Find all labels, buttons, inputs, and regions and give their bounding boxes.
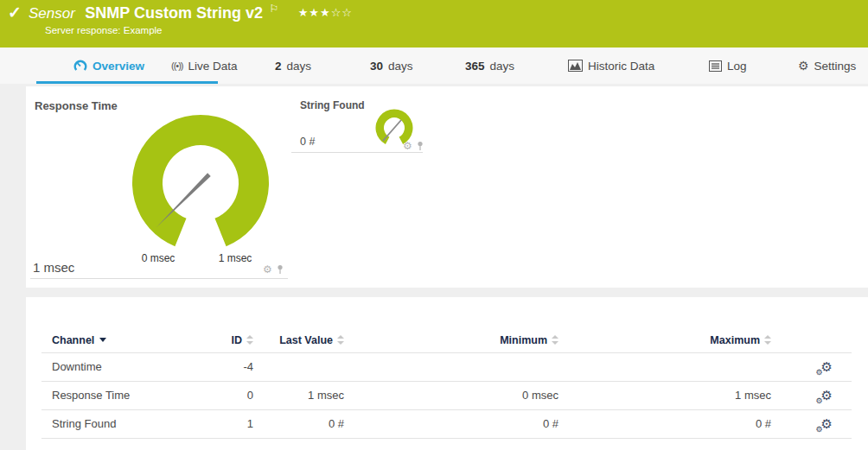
status-ok-check-icon: ✓ bbox=[8, 3, 22, 22]
table-row: Downtime -4 ⚙ ⚙ bbox=[41, 352, 852, 381]
channel-id-cell: -4 bbox=[214, 352, 256, 381]
channel-name-cell: Response Time bbox=[41, 381, 214, 409]
tab-historic-data[interactable]: Historic Data bbox=[568, 48, 654, 84]
flag-icon[interactable]: ⚐ bbox=[269, 3, 278, 15]
tab-label: Overview bbox=[93, 60, 144, 73]
gauge-icon bbox=[73, 59, 87, 73]
tab-30-days[interactable]: 30 days bbox=[370, 48, 413, 84]
channel-name-cell: Downtime bbox=[41, 352, 214, 381]
channel-id-cell: 0 bbox=[214, 381, 256, 409]
tab-label: Historic Data bbox=[588, 60, 654, 73]
channel-name-cell: String Found bbox=[41, 409, 214, 438]
object-kind-label: Sensor bbox=[29, 5, 75, 22]
gauge-title-response-time: Response Time bbox=[35, 99, 118, 112]
gauge-needle bbox=[383, 120, 401, 141]
tab-label: Live Data bbox=[188, 60, 238, 73]
page-title: SNMP Custom String v2 bbox=[85, 4, 263, 22]
minimum-cell: 0 msec bbox=[347, 381, 561, 409]
channel-settings-icon[interactable]: ⚙ ⚙ bbox=[821, 416, 833, 432]
module-corner-icons: ⚙ bbox=[403, 140, 424, 152]
channels-panel: Channel ID Last Value Minimum Maximum bbox=[26, 297, 868, 450]
table-row: String Found 1 0 # 0 # 0 # ⚙ ⚙ bbox=[41, 409, 852, 438]
pin-icon[interactable] bbox=[416, 141, 424, 151]
column-label: Channel bbox=[52, 334, 94, 346]
minimum-cell bbox=[347, 352, 561, 381]
tab-label: Log bbox=[727, 60, 747, 73]
tab-log[interactable]: Log bbox=[709, 48, 747, 84]
pin-icon[interactable] bbox=[276, 264, 284, 275]
tab-number: 30 bbox=[370, 60, 383, 73]
sort-icon bbox=[552, 335, 558, 345]
module-gear-icon[interactable]: ⚙ bbox=[403, 140, 412, 152]
tab-overview[interactable]: Overview bbox=[73, 48, 144, 84]
sensor-header: ✓ Sensor SNMP Custom String v2 ⚐ ★★★☆☆ S… bbox=[0, 0, 868, 48]
last-value-cell: 0 # bbox=[256, 409, 347, 438]
log-list-icon bbox=[709, 60, 722, 72]
tab-label: Settings bbox=[814, 60, 857, 73]
table-header-row: Channel ID Last Value Minimum Maximum bbox=[41, 328, 852, 352]
sensor-message: Server response: Example bbox=[45, 25, 163, 35]
column-label: ID bbox=[232, 334, 243, 346]
column-header-channel[interactable]: Channel bbox=[41, 328, 214, 352]
channel-settings-icon[interactable]: ⚙ ⚙ bbox=[821, 388, 833, 403]
broadcast-icon: ((•)) bbox=[171, 60, 183, 71]
column-header-maximum[interactable]: Maximum bbox=[561, 328, 774, 352]
tab-bar: Overview ((•)) Live Data 2 days 30 days … bbox=[0, 48, 868, 84]
sort-caret-icon bbox=[99, 338, 106, 342]
column-header-settings bbox=[774, 328, 852, 352]
column-label: Minimum bbox=[500, 334, 547, 346]
channel-id-cell: 1 bbox=[214, 409, 256, 438]
sort-icon bbox=[337, 335, 344, 345]
column-header-id[interactable]: ID bbox=[214, 328, 256, 352]
minimum-cell: 0 # bbox=[347, 409, 561, 438]
gear-icon: ⚙ bbox=[798, 59, 809, 73]
gauge-scale-min: 0 msec bbox=[142, 252, 176, 264]
gauge-title-string-found: String Found bbox=[300, 99, 365, 111]
column-header-last-value[interactable]: Last Value bbox=[256, 328, 347, 352]
channel-settings-icon[interactable]: ⚙ ⚙ bbox=[821, 359, 833, 375]
sort-icon bbox=[246, 335, 253, 345]
maximum-cell: 1 msec bbox=[561, 381, 774, 409]
sensor-title-row: Sensor SNMP Custom String v2 ⚐ ★★★☆☆ bbox=[29, 3, 353, 22]
channels-table: Channel ID Last Value Minimum Maximum bbox=[41, 328, 852, 439]
area-chart-icon bbox=[568, 60, 583, 72]
overview-gauges-panel: Response Time 0 msec 1 msec 1 msec ⚙ Str… bbox=[26, 86, 868, 288]
tab-label: days bbox=[388, 60, 413, 73]
gauge-scale-max: 1 msec bbox=[219, 252, 252, 264]
tab-label: days bbox=[490, 60, 515, 73]
response-time-current-value: 1 msec bbox=[33, 260, 74, 275]
tab-number: 365 bbox=[465, 60, 485, 73]
module-corner-icons: ⚙ bbox=[263, 263, 284, 276]
tab-number: 2 bbox=[275, 60, 282, 73]
sort-icon bbox=[764, 335, 771, 345]
last-value-cell bbox=[256, 352, 347, 381]
tab-label: days bbox=[287, 60, 312, 73]
maximum-cell bbox=[561, 352, 774, 381]
tab-live-data[interactable]: ((•)) Live Data bbox=[171, 48, 238, 84]
priority-stars[interactable]: ★★★☆☆ bbox=[298, 6, 353, 19]
gear-icon: ⚙ bbox=[816, 368, 823, 377]
module-gear-icon[interactable]: ⚙ bbox=[263, 263, 272, 276]
module-divider bbox=[30, 278, 288, 279]
tab-settings[interactable]: ⚙ Settings bbox=[798, 48, 856, 84]
gear-icon: ⚙ bbox=[816, 396, 823, 405]
column-label: Last Value bbox=[279, 334, 333, 346]
prtg-sensor-page: ✓ Sensor SNMP Custom String v2 ⚐ ★★★☆☆ S… bbox=[0, 0, 868, 450]
table-row: Response Time 0 1 msec 0 msec 1 msec ⚙ ⚙ bbox=[41, 381, 852, 409]
column-header-minimum[interactable]: Minimum bbox=[347, 328, 561, 352]
module-divider bbox=[291, 152, 423, 153]
gear-icon: ⚙ bbox=[816, 425, 823, 434]
last-value-cell: 1 msec bbox=[256, 381, 347, 409]
tab-365-days[interactable]: 365 days bbox=[465, 48, 514, 84]
column-label: Maximum bbox=[710, 334, 760, 346]
tab-2-days[interactable]: 2 days bbox=[275, 48, 311, 84]
string-found-current-value: 0 # bbox=[300, 136, 315, 148]
maximum-cell: 0 # bbox=[561, 409, 774, 438]
response-time-gauge[interactable] bbox=[131, 114, 270, 252]
